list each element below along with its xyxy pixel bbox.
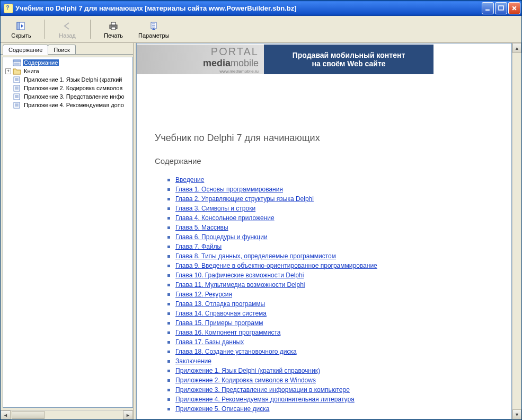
toc-link[interactable]: Глава 17. Базы данных [175,337,244,347]
toc-link[interactable]: Приложение 2. Кодировка символов в Windo… [175,375,316,385]
print-label: Печать [104,32,123,39]
toc-link[interactable]: Глава 3. Символы и строки [175,204,255,213]
toc-item: Глава 5. Массивы [167,223,511,232]
page-icon [13,101,21,109]
tree-book[interactable]: + Книга [3,67,132,75]
hide-icon [15,20,27,32]
toc-link[interactable]: Глава 12. Рекурсия [175,290,232,299]
toc-link[interactable]: Глава 2. Управляющие структуры языка Del… [175,194,314,204]
toc-item: Глава 13. Отладка программы [167,299,511,309]
toc-link[interactable]: Введение [175,175,204,185]
minimize-button[interactable] [482,2,494,14]
back-icon [61,20,73,32]
help-window: Учебник по Delphi 7 для начинающих [мате… [0,0,522,420]
toolbar-separator [44,20,45,39]
toc-item: Глава 3. Символы и строки [167,204,511,213]
toc-link[interactable]: Глава 7. Файлы [175,242,222,251]
scroll-right-icon[interactable]: ► [123,410,133,419]
toc-item: Глава 1. Основы программирования [167,185,511,194]
banner-line1: Продавай мобильный контент [293,51,405,59]
toc-item: Приложение 3. Представление информации в… [167,385,511,395]
content-vscrollbar[interactable]: ▲ ▼ [512,43,521,419]
contents-icon [13,59,21,66]
toc-link[interactable]: Глава 8. Типы данных, определяемые прогр… [175,251,336,261]
body: Содержание Поиск Содержание + [1,43,521,419]
svg-rect-12 [13,60,21,62]
tree-item-label: Приложение 3. Представление инфо [23,93,126,100]
window-title: Учебник по Delphi 7 для начинающих [мате… [15,4,482,12]
toc-link[interactable]: Глава 16. Компонент программиста [175,328,280,337]
nav-tabs: Содержание Поиск [1,43,133,55]
options-icon [148,20,160,32]
toc-link[interactable]: Глава 6. Процедуры и функции [175,232,268,242]
tree-item[interactable]: Приложение 4. Рекомендуемая допо [3,101,132,109]
svg-rect-1 [499,6,503,10]
toc-item: Глава 6. Процедуры и функции [167,232,511,242]
toc-link[interactable]: Приложение 1. Язык Delphi (краткий справ… [175,366,320,375]
hide-button[interactable]: Скрыть [3,19,40,40]
window-controls [482,2,520,14]
toc-list: ВведениеГлава 1. Основы программирования… [167,175,511,414]
toc-link[interactable]: Глава 13. Отладка программы [175,299,265,309]
toc-item: Глава 10. Графические возможности Delphi [167,270,511,280]
banner-url: www.mediamobile.ru [219,69,259,74]
content-pane[interactable]: PORTAL mediamobile www.mediamobile.ru Пр… [136,43,512,419]
toc-link[interactable]: Глава 9. Введение в объектно-ориентирова… [175,261,377,270]
toc-item: Глава 11. Мультимедиа возможности Delphi [167,280,511,290]
toc-link[interactable]: Глава 14. Справочная система [175,309,267,318]
tree-view[interactable]: Содержание + Книга Приложение 1. Язык De… [3,57,133,408]
hide-label: Скрыть [11,32,31,39]
toc-item: Глава 17. Базы данных [167,337,511,347]
scroll-left-icon[interactable]: ◄ [1,410,11,419]
titlebar[interactable]: Учебник по Delphi 7 для начинающих [мате… [1,1,521,16]
scroll-down-icon[interactable]: ▼ [512,409,521,419]
close-button[interactable] [508,2,520,14]
scroll-up-icon[interactable]: ▲ [512,43,521,53]
toc-link[interactable]: Глава 11. Мультимедиа возможности Delphi [175,280,305,290]
toc-item: Глава 16. Компонент программиста [167,328,511,337]
folder-icon [13,67,21,75]
toc-link[interactable]: Глава 5. Массивы [175,223,228,232]
print-button[interactable]: Печать [95,19,132,40]
banner-portal: PORTAL [211,46,259,58]
navigation-pane: Содержание Поиск Содержание + [1,43,134,419]
toc-item: Глава 14. Справочная система [167,309,511,318]
toc-item: Глава 18. Создание установочного диска [167,347,511,356]
print-icon [108,20,119,32]
svg-rect-5 [111,22,116,25]
toc-item: Глава 15. Примеры программ [167,318,511,328]
toc-link[interactable]: Глава 4. Консольное приложение [175,213,275,223]
options-button[interactable]: Параметры [135,19,173,40]
tree-item-label: Приложение 1. Язык Delphi (краткий [23,76,123,83]
toc-link[interactable]: Приложение 4. Рекомендуемая дополнительн… [175,395,355,404]
banner-brand: mediamobile [203,58,259,69]
banner-line2: на своём Web сайте [312,59,385,68]
toc-link[interactable]: Глава 18. Создание установочного диска [175,347,297,356]
tree-item[interactable]: Приложение 2. Кодировка символов [3,84,132,92]
scroll-track[interactable] [45,411,123,419]
maximize-button[interactable] [495,2,507,14]
tree-item[interactable]: Приложение 3. Представление инфо [3,92,132,101]
toc-item: Глава 7. Файлы [167,242,511,251]
toc-link[interactable]: Приложение 3. Представление информации в… [175,385,350,395]
expand-icon[interactable]: + [5,68,11,74]
back-label: Назад [59,32,76,39]
toc-link[interactable]: Глава 10. Графические возможности Delphi [175,270,304,280]
tree-root[interactable]: Содержание [3,58,132,67]
tab-contents[interactable]: Содержание [3,45,48,55]
tab-search[interactable]: Поиск [48,45,75,55]
svg-rect-0 [485,10,490,11]
toc-link[interactable]: Глава 15. Примеры программ [175,318,263,328]
toc-link[interactable]: Глава 1. Основы программирования [175,185,283,194]
scroll-track[interactable] [512,53,521,409]
toc-link[interactable]: Приложение 5. Описание диска [175,404,270,414]
toc-link[interactable]: Заключение [175,356,211,366]
ad-banner[interactable]: PORTAL mediamobile www.mediamobile.ru Пр… [137,45,433,74]
tree-book-label: Книга [23,68,40,74]
toc-item: Глава 4. Консольное приложение [167,213,511,223]
scroll-thumb[interactable] [12,411,45,419]
page-icon [13,76,21,83]
back-button[interactable]: Назад [49,19,86,40]
tree-hscrollbar[interactable]: ◄ ► [1,410,133,419]
tree-item[interactable]: Приложение 1. Язык Delphi (краткий [3,75,132,84]
